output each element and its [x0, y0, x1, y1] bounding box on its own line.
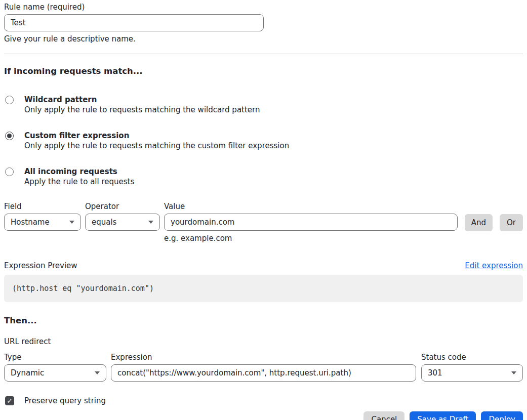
rule-name-label: Rule name (required)	[4, 3, 523, 12]
status-code-label: Status code	[421, 353, 523, 362]
preserve-query-string-row[interactable]: ✓ Preserve query string	[4, 396, 523, 405]
field-label: Field	[4, 202, 81, 211]
radio-option-description: Only apply the rule to requests matching…	[24, 141, 289, 150]
redirect-type-select[interactable]: Dynamic	[4, 364, 106, 382]
and-button[interactable]: And	[465, 214, 493, 231]
radio-option-label: Wildcard pattern	[24, 95, 260, 104]
then-section-heading: Then...	[4, 316, 523, 325]
chevron-down-icon	[69, 221, 74, 224]
condition-builder-row: Field Hostname Operator equals Value e.g…	[4, 202, 523, 243]
status-code-select[interactable]: 301	[421, 364, 523, 382]
form-footer: Cancel Save as Draft Deploy	[4, 411, 523, 420]
radio-option-wildcard-pattern[interactable]: Wildcard pattern Only apply the rule to …	[4, 95, 523, 114]
radio-option-custom-filter-expression[interactable]: Custom filter expression Only apply the …	[4, 131, 523, 150]
operator-select-value: equals	[92, 218, 116, 227]
value-label: Value	[164, 202, 458, 211]
save-as-draft-button[interactable]: Save as Draft	[410, 411, 476, 420]
redirect-expression-label: Expression	[111, 353, 416, 362]
chevron-down-icon	[148, 221, 153, 224]
chevron-down-icon	[511, 371, 516, 374]
type-label: Type	[4, 353, 106, 362]
section-divider	[4, 54, 523, 54]
checkbox-checked-icon[interactable]: ✓	[5, 396, 14, 405]
field-select-value: Hostname	[11, 218, 50, 227]
rule-name-input[interactable]	[4, 14, 264, 31]
radio-option-label: Custom filter expression	[24, 131, 289, 140]
redirect-type-select-value: Dynamic	[11, 368, 44, 377]
redirect-settings-row: Type Dynamic Expression Status code 301	[4, 353, 523, 382]
radio-button-icon[interactable]	[5, 96, 14, 104]
field-select[interactable]: Hostname	[4, 214, 81, 231]
redirect-expression-input[interactable]	[111, 364, 416, 382]
rule-editor-form: Rule name (required) Give your rule a de…	[0, 0, 527, 420]
match-section-heading: If incoming requests match...	[4, 66, 523, 76]
deploy-button[interactable]: Deploy	[481, 411, 523, 420]
url-redirect-action-label: URL redirect	[4, 337, 523, 346]
radio-option-label: All incoming requests	[24, 167, 134, 176]
expression-preview-header: Expression Preview Edit expression	[4, 261, 523, 270]
or-button[interactable]: Or	[500, 214, 523, 231]
operator-select[interactable]: equals	[85, 214, 160, 231]
radio-option-description: Apply the rule to all requests	[24, 177, 134, 186]
status-code-select-value: 301	[428, 368, 442, 377]
operator-label: Operator	[85, 202, 160, 211]
radio-button-selected-icon[interactable]	[5, 132, 14, 140]
expression-preview-label: Expression Preview	[4, 261, 77, 270]
rule-name-helper: Give your rule a descriptive name.	[4, 34, 523, 44]
expression-preview-code: (http.host eq "yourdomain.com")	[4, 275, 523, 302]
radio-option-all-incoming-requests[interactable]: All incoming requests Apply the rule to …	[4, 167, 523, 186]
radio-button-icon[interactable]	[5, 167, 14, 176]
match-type-radio-group: Wildcard pattern Only apply the rule to …	[4, 95, 523, 186]
preserve-query-string-label: Preserve query string	[24, 396, 106, 405]
value-helper: e.g. example.com	[164, 234, 458, 243]
chevron-down-icon	[95, 371, 100, 374]
cancel-button[interactable]: Cancel	[363, 411, 404, 420]
value-input[interactable]	[164, 214, 458, 231]
radio-option-description: Only apply the rule to requests matching…	[24, 105, 260, 114]
edit-expression-link[interactable]: Edit expression	[465, 261, 523, 270]
